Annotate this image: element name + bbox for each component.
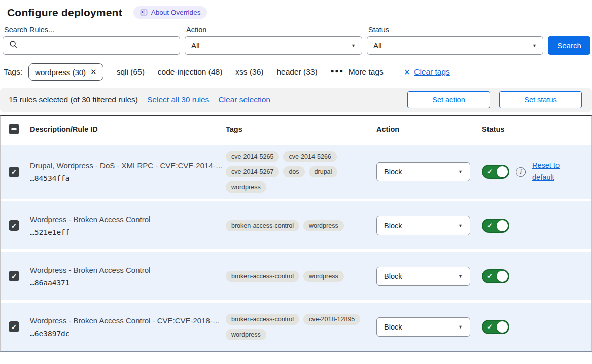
status-toggle[interactable]: ✓: [482, 219, 509, 233]
selection-bar: 15 rules selected (of 30 filtered rules)…: [0, 88, 592, 112]
status-toggle[interactable]: ✓: [482, 165, 509, 179]
table-body: ✓ Drupal, Wordpress - DoS - XMLRPC - CVE…: [1, 145, 591, 351]
close-icon[interactable]: ✕: [90, 67, 97, 77]
status-filter-field: Status All ▼: [367, 26, 543, 55]
row-description: Wordpress - Broken Access Control: [30, 215, 226, 224]
table-row: ✓ Wordpress - Broken Access Control …86a…: [1, 252, 591, 300]
tag-pill: cve-2014-5265: [226, 151, 279, 162]
clear-tags-label: Clear tags: [414, 67, 450, 77]
chevron-down-icon: ▼: [458, 223, 463, 228]
action-filter-value: All: [191, 41, 200, 50]
action-select[interactable]: Block ▼: [376, 216, 470, 235]
tag-pill: cve-2014-5267: [226, 166, 279, 177]
reset-to-default-link[interactable]: Reset to default: [532, 160, 565, 184]
action-select-value: Block: [384, 168, 402, 176]
selected-tag-label: wordpress (30): [35, 68, 86, 77]
row-action-cell: Block ▼: [376, 317, 482, 337]
check-icon: ✓: [11, 273, 17, 280]
check-icon: ✓: [11, 222, 17, 229]
indeterminate-icon: [11, 128, 17, 130]
table-row: ✓ Wordpress - Broken Access Control - CV…: [1, 303, 591, 351]
close-icon: ✕: [404, 67, 410, 77]
tag-option-header[interactable]: header (33): [276, 67, 317, 77]
clear-selection-link[interactable]: Clear selection: [218, 95, 270, 104]
action-select[interactable]: Block ▼: [376, 162, 470, 181]
toggle-knob: [497, 166, 508, 177]
row-checkbox[interactable]: ✓: [9, 167, 19, 177]
filter-bar: Search Rules... Action All ▼ Status All: [0, 24, 592, 55]
clear-tags-link[interactable]: ✕ Clear tags: [404, 67, 450, 77]
action-filter-select[interactable]: All ▼: [185, 36, 362, 55]
row-rule-id: …84534ffa: [30, 174, 226, 183]
row-checkbox[interactable]: ✓: [9, 220, 19, 231]
check-icon: ✓: [487, 222, 493, 229]
more-tags-label: More tags: [349, 67, 384, 77]
row-tags: broken-access-controlwordpress: [226, 271, 362, 282]
selection-summary: 15 rules selected (of 30 filtered rules): [9, 95, 138, 104]
tag-pill: broken-access-control: [226, 314, 299, 325]
tag-pill: wordpress: [226, 329, 266, 340]
set-action-button[interactable]: Set action: [407, 91, 490, 108]
status-filter-value: All: [373, 41, 382, 50]
about-overrides-badge[interactable]: About Overrides: [133, 6, 207, 19]
tag-pill: drupal: [309, 166, 338, 177]
search-icon: [9, 40, 18, 51]
check-icon: ✓: [11, 168, 17, 175]
row-checkbox[interactable]: ✓: [9, 321, 19, 332]
row-checkbox-cell: ✓: [1, 321, 23, 332]
row-checkbox-cell: ✓: [1, 271, 23, 281]
row-action-cell: Block ▼: [376, 216, 482, 235]
column-header-description: Description/Rule ID: [23, 125, 226, 133]
action-select[interactable]: Block ▼: [376, 317, 470, 337]
tag-pill: wordpress: [303, 220, 344, 231]
info-icon[interactable]: i: [516, 167, 526, 177]
row-rule-id: …521e1eff: [30, 228, 226, 236]
configure-deployment-page: Configure deployment About Overrides Sea…: [0, 0, 592, 364]
search-input[interactable]: [3, 36, 180, 55]
more-tags-button[interactable]: ●●● More tags: [331, 67, 384, 77]
action-select[interactable]: Block ▼: [376, 267, 470, 286]
check-icon: ✓: [11, 323, 17, 331]
chevron-down-icon: ▼: [351, 43, 356, 48]
toggle-knob: [497, 271, 508, 282]
select-all-checkbox[interactable]: [9, 124, 19, 134]
toggle-knob: [497, 220, 508, 231]
chevron-down-icon: ▼: [458, 274, 463, 279]
table-row: ✓ Drupal, Wordpress - DoS - XMLRPC - CVE…: [1, 145, 591, 199]
check-icon: ✓: [487, 272, 493, 280]
row-tags: broken-access-controlwordpress: [226, 220, 362, 231]
status-toggle[interactable]: ✓: [482, 320, 509, 334]
tags-label: Tags:: [4, 67, 22, 77]
status-toggle[interactable]: ✓: [482, 269, 509, 283]
check-icon: ✓: [487, 323, 493, 331]
action-select-value: Block: [384, 222, 402, 230]
set-status-button[interactable]: Set status: [499, 91, 582, 108]
about-overrides-label: About Overrides: [151, 9, 201, 16]
row-description: Wordpress - Broken Access Control: [30, 266, 226, 274]
ellipsis-icon: ●●●: [331, 67, 344, 75]
row-description: Wordpress - Broken Access Control - CVE:…: [30, 316, 226, 325]
action-select-value: Block: [384, 272, 402, 280]
selected-tag-chip[interactable]: wordpress (30) ✕: [28, 63, 103, 81]
search-button[interactable]: Search: [548, 36, 590, 55]
table-header-row: Description/Rule ID Tags Action Status: [1, 116, 591, 142]
chevron-down-icon: ▼: [458, 169, 463, 174]
status-filter-select[interactable]: All ▼: [367, 36, 543, 55]
row-description-cell: Wordpress - Broken Access Control …521e1…: [23, 215, 226, 236]
column-header-status: Status: [482, 125, 591, 133]
row-rule-id: …6e3897dc: [30, 330, 226, 338]
row-tags: broken-access-controlcve-2018-12895wordp…: [226, 314, 362, 340]
row-checkbox[interactable]: ✓: [9, 271, 19, 281]
tags-bar: Tags: wordpress (30) ✕ sqli (65) code-in…: [0, 55, 592, 88]
tag-pill: cve-2014-5266: [283, 151, 336, 162]
tag-option-xss[interactable]: xss (36): [235, 67, 263, 77]
row-checkbox-cell: ✓: [1, 167, 23, 177]
tag-option-code-injection[interactable]: code-injection (48): [158, 67, 223, 77]
header-checkbox-cell: [1, 124, 23, 134]
tag-pill: broken-access-control: [226, 220, 299, 231]
select-all-link[interactable]: Select all 30 rules: [147, 95, 209, 104]
tag-pill: cve-2018-12895: [303, 314, 360, 325]
check-icon: ✓: [487, 168, 493, 175]
tag-option-sqli[interactable]: sqli (65): [117, 67, 145, 77]
column-header-tags: Tags: [226, 125, 376, 133]
